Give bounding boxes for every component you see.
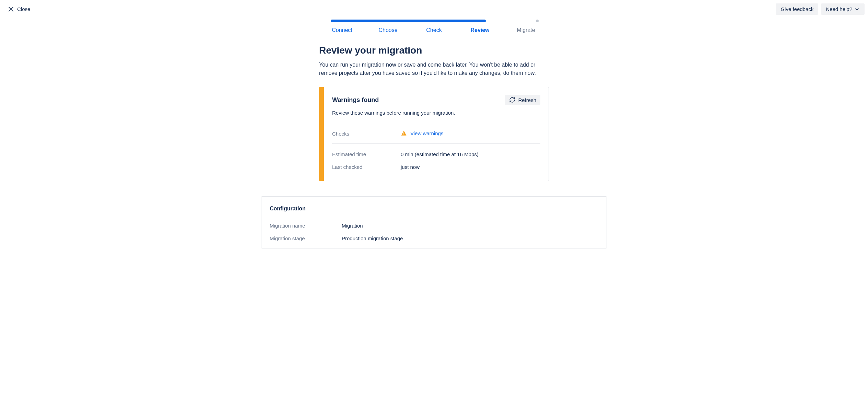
stepper-labels: Connect Choose Check Review Migrate: [319, 27, 549, 33]
warnings-title: Warnings found: [332, 96, 379, 104]
view-warnings-label: View warnings: [410, 130, 443, 136]
top-right-actions: Give feedback Need help?: [776, 3, 865, 15]
last-checked-row: Last checked just now: [332, 161, 540, 173]
step-review[interactable]: Review: [457, 27, 503, 33]
config-row-migration-stage: Migration stage Production migration sta…: [270, 232, 598, 245]
step-choose[interactable]: Choose: [365, 27, 411, 33]
step-connect[interactable]: Connect: [319, 27, 365, 33]
stepper-track: [331, 20, 537, 22]
step-migrate: Migrate: [503, 27, 549, 33]
refresh-button[interactable]: Refresh: [505, 95, 540, 105]
main-content: Connect Choose Check Review Migrate Revi…: [0, 18, 868, 248]
refresh-icon: [509, 97, 515, 103]
give-feedback-label: Give feedback: [781, 6, 813, 12]
refresh-label: Refresh: [518, 97, 536, 103]
last-checked-label: Last checked: [332, 161, 401, 173]
page-title: Review your migration: [319, 45, 549, 56]
progress-stepper: Connect Choose Check Review Migrate: [319, 20, 549, 33]
close-label: Close: [17, 6, 30, 12]
need-help-label: Need help?: [826, 6, 852, 12]
config-value: Migration: [342, 223, 363, 229]
svg-rect-3: [403, 135, 404, 135]
step-label: Migrate: [517, 27, 535, 33]
estimated-time-value: 0 min (estimated time at 16 Mbps): [401, 144, 540, 161]
checks-row: Checks View warnings: [332, 125, 540, 144]
review-section: Review your migration You can run your m…: [319, 45, 549, 181]
svg-rect-2: [403, 132, 404, 134]
last-checked-value: just now: [401, 161, 540, 173]
chevron-down-icon: [854, 7, 860, 12]
checks-label: Checks: [332, 125, 401, 144]
step-label: Choose: [378, 27, 397, 33]
step-label: Check: [426, 27, 442, 33]
need-help-button[interactable]: Need help?: [821, 3, 865, 15]
configuration-title: Configuration: [270, 206, 598, 212]
step-label: Review: [470, 27, 489, 33]
view-warnings-link[interactable]: View warnings: [401, 130, 443, 136]
warnings-header: Warnings found Refresh: [332, 95, 540, 105]
step-label: Connect: [332, 27, 352, 33]
step-check[interactable]: Check: [411, 27, 457, 33]
configuration-card: Configuration Migration name Migration M…: [261, 196, 607, 248]
config-label: Migration stage: [270, 235, 342, 241]
estimated-time-label: Estimated time: [332, 144, 401, 161]
warnings-table: Checks View warnings Estimate: [332, 125, 540, 173]
stepper-dot-migrate: [536, 20, 539, 22]
warning-icon: [401, 130, 407, 136]
config-row-migration-name: Migration name Migration: [270, 219, 598, 232]
warnings-card: Warnings found Refresh Review these warn…: [319, 87, 549, 181]
stepper-track-fill: [331, 20, 486, 22]
warnings-description: Review these warnings before running you…: [332, 110, 540, 116]
estimated-time-row: Estimated time 0 min (estimated time at …: [332, 144, 540, 161]
config-label: Migration name: [270, 223, 342, 229]
give-feedback-button[interactable]: Give feedback: [776, 3, 818, 15]
config-value: Production migration stage: [342, 235, 403, 241]
close-button[interactable]: Close: [5, 4, 33, 15]
page-description: You can run your migration now or save a…: [319, 61, 549, 77]
top-bar: Close Give feedback Need help?: [0, 0, 868, 18]
close-icon: [8, 6, 14, 13]
